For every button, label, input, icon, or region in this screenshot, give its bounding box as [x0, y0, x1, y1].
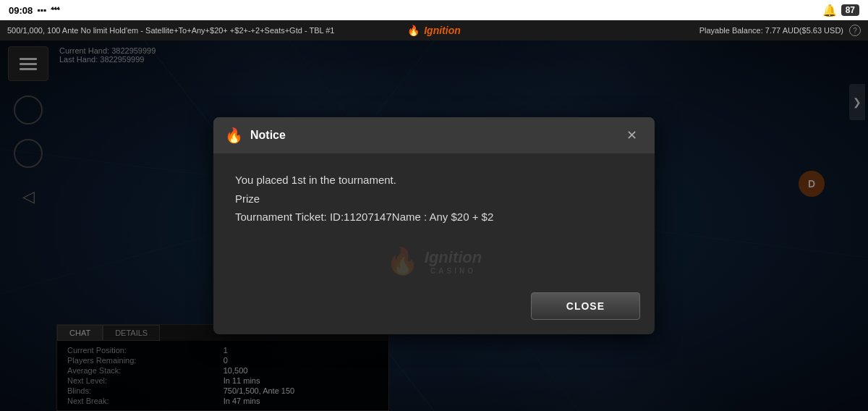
notice-footer: CLOSE — [213, 284, 655, 334]
message-line3: Tournament Ticket: ID:11207147Name : Any… — [235, 211, 493, 223]
balance-display: Playable Balance: 7.77 AUD($5.63 USD) — [699, 26, 843, 35]
watermark-logo: Ignition CASINO — [425, 248, 482, 275]
notice-close-x-button[interactable]: ✕ — [621, 126, 643, 145]
logo-text: Ignition — [424, 25, 461, 36]
bell-icon: 🔔 — [822, 4, 837, 17]
notice-modal: 🔥 Notice ✕ You placed 1st in the tournam… — [213, 117, 655, 334]
notice-flame-icon: 🔥 — [225, 127, 243, 144]
ignition-watermark: 🔥 Ignition CASINO — [386, 246, 482, 276]
watermark-text: Ignition — [425, 248, 482, 266]
notice-title: Notice — [250, 129, 286, 142]
modal-overlay: 🔥 Notice ✕ You placed 1st in the tournam… — [0, 41, 868, 411]
notice-title-area: 🔥 Notice — [225, 127, 286, 144]
signal-icon: ▪▪▪ — [37, 5, 46, 15]
notice-body: You placed 1st in the tournament. Prize … — [213, 153, 655, 284]
time-display: 09:08 — [9, 5, 33, 16]
battery-badge: 87 — [841, 4, 859, 16]
close-button[interactable]: CLOSE — [531, 292, 640, 320]
message-line1: You placed 1st in the tournament. — [235, 174, 396, 186]
game-header: 500/1,000, 100 Ante No limit Hold'em - S… — [0, 20, 868, 41]
notice-header: 🔥 Notice ✕ — [213, 117, 655, 153]
notice-message: You placed 1st in the tournament. Prize … — [235, 171, 633, 226]
logo-flame-icon: 🔥 — [407, 25, 420, 36]
network-icon: ⁴⁴⁴ — [51, 6, 59, 15]
status-bar: 09:08 ▪▪▪ ⁴⁴⁴ 🔔 87 — [0, 0, 868, 20]
help-button[interactable]: ? — [849, 25, 861, 36]
logo-area: 🔥 Ignition — [407, 25, 461, 36]
game-info: 500/1,000, 100 Ante No limit Hold'em - S… — [7, 26, 334, 35]
game-area: Current Hand: 3822959999 Last Hand: 3822… — [0, 41, 868, 411]
message-line2: Prize — [235, 192, 260, 205]
watermark-flame-icon: 🔥 — [386, 246, 419, 276]
watermark-sub: CASINO — [425, 267, 482, 275]
